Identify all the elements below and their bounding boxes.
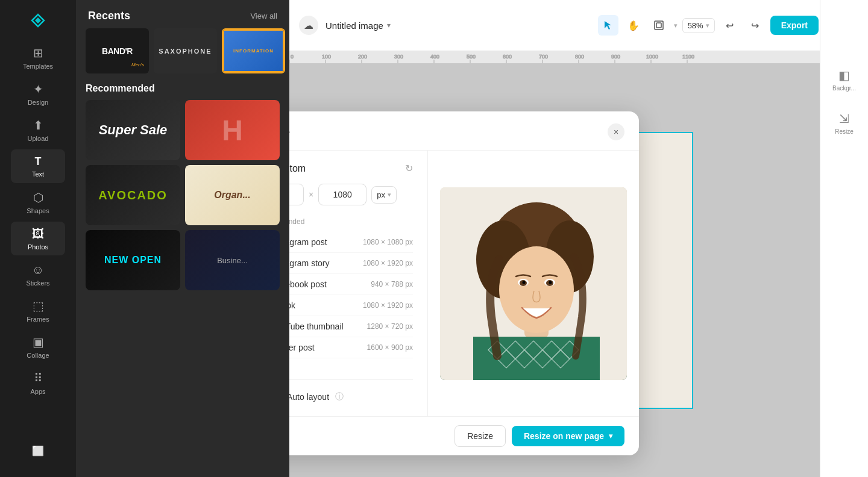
ruler: 0 100 200 300 400 500 600 700 800 900 10… — [289, 51, 820, 63]
sidebar-item-frames[interactable]: ⬚ Frames — [11, 294, 65, 328]
stickers-icon: ☺ — [32, 263, 44, 277]
svg-rect-0 — [655, 21, 663, 30]
modal-body: Custom ↻ × px ▾ Recommended Instagram po… — [241, 151, 639, 416]
unit-value: px — [377, 190, 385, 199]
sidebar-item-apps[interactable]: ⠿ Apps — [11, 366, 65, 400]
recommended-label: Recommended — [76, 81, 289, 100]
unit-select[interactable]: px ▾ — [371, 186, 397, 204]
photos-icon: 🖼 — [32, 227, 44, 241]
recents-thumbnails: BAND'R Men's SAXOPHONE INFORMATION — [76, 28, 289, 81]
sidebar-item-label: Collage — [27, 352, 49, 359]
hand-tool-btn[interactable]: ✋ — [623, 15, 644, 36]
sidebar-item-label: Stickers — [26, 279, 49, 287]
sidebar-item-templates[interactable]: ⊞ Templates — [11, 41, 65, 75]
thumb-band-text: BAND'R — [102, 46, 133, 56]
preset-size-twitter-post: 1600 × 900 px — [367, 343, 413, 352]
text-icon: T — [35, 155, 42, 168]
logo[interactable] — [27, 10, 49, 31]
modal-close-button[interactable]: × — [608, 123, 624, 140]
sidebar-item-label: Apps — [30, 388, 45, 395]
export-button[interactable]: Export — [770, 16, 819, 35]
sidebar-bottom: ⬜ — [11, 434, 65, 467]
right-panel-background[interactable]: ◧ Backgr... — [825, 60, 864, 99]
svg-rect-1 — [656, 23, 661, 28]
templates-icon: ⊞ — [33, 46, 43, 60]
rec-card-h[interactable]: H — [185, 100, 280, 160]
rec-card-avocado[interactable]: AVOCADO — [86, 165, 180, 225]
thumb-info[interactable]: INFORMATION — [222, 28, 285, 73]
undo-btn[interactable]: ↩ — [720, 15, 740, 36]
auto-layout-label: Auto layout — [287, 392, 329, 402]
zoom-value: 58% — [688, 21, 703, 30]
page-title: Untitled image — [326, 20, 383, 31]
preset-size-facebook-post: 940 × 788 px — [371, 280, 413, 288]
topbar: ☁ Untitled image ▾ ✋ ▾ 58% ▾ ↩ ↪ Export … — [289, 0, 868, 51]
frames-icon: ⬚ — [33, 299, 44, 313]
resize-label: Resize — [835, 128, 854, 135]
right-panel: ◧ Backgr... ⇲ Resize — [820, 0, 868, 477]
svg-text:0: 0 — [291, 54, 294, 60]
sidebar-item-upload[interactable]: ⬆ Upload — [11, 113, 65, 147]
svg-text:700: 700 — [539, 54, 548, 60]
right-panel-resize[interactable]: ⇲ Resize — [825, 104, 864, 142]
rec-card-organic[interactable]: Organ... — [185, 165, 280, 225]
frame-tool-btn[interactable] — [649, 15, 669, 36]
recents-title: Recents — [88, 10, 130, 22]
rec-organic-text: Organ... — [214, 190, 250, 201]
sidebar-item-photos[interactable]: 🖼 Photos — [11, 222, 65, 255]
rec-avocado-text: AVOCADO — [98, 189, 168, 202]
sidebar-item-collage[interactable]: ▣ Collage — [11, 330, 65, 364]
rec-card-super-sale[interactable]: Super Sale — [86, 100, 180, 160]
auto-layout-info-icon[interactable]: ⓘ — [335, 391, 344, 402]
rec-h-text: H — [222, 114, 243, 147]
height-input[interactable] — [318, 184, 366, 205]
rec-card-business[interactable]: Busine... — [185, 230, 280, 290]
frame-tool-chevron[interactable]: ▾ — [674, 22, 678, 30]
svg-text:600: 600 — [503, 54, 512, 60]
svg-rect-2 — [289, 51, 820, 63]
shapes-icon: ⬡ — [33, 190, 43, 205]
svg-text:300: 300 — [394, 54, 403, 60]
svg-text:800: 800 — [575, 54, 584, 60]
preset-size-instagram-post: 1080 × 1080 px — [363, 238, 413, 246]
sidebar-item-stickers[interactable]: ☺ Stickers — [11, 258, 65, 292]
custom-label: Custom — [272, 163, 399, 174]
title-area: Untitled image ▾ — [326, 20, 591, 31]
rec-new-open-text: NEW OPEN — [104, 255, 162, 266]
background-label: Backgr... — [832, 85, 856, 92]
select-tool-btn[interactable] — [598, 15, 618, 36]
resize-modal: Resize × Custom ↻ × px ▾ Recommended — [241, 111, 639, 455]
redo-btn[interactable]: ↪ — [745, 15, 766, 36]
sidebar-item-design[interactable]: ✦ Design — [11, 77, 65, 111]
resize-button[interactable]: Resize — [454, 425, 506, 447]
rec-card-new-open[interactable]: NEW OPEN — [86, 230, 180, 290]
thumb-sax-text: SAXOPHONE — [159, 48, 212, 55]
sidebar-item-help[interactable]: ⬜ — [11, 434, 65, 467]
left-panel: Recents View all BAND'R Men's SAXOPHONE … — [76, 0, 289, 477]
svg-text:1100: 1100 — [682, 54, 694, 60]
collage-icon: ▣ — [33, 335, 44, 349]
thumb-sax[interactable]: SAXOPHONE — [154, 28, 217, 73]
refresh-icon[interactable]: ↻ — [405, 163, 413, 174]
recents-header: Recents View all — [76, 0, 289, 28]
sidebar-item-label: Shapes — [27, 207, 49, 214]
resize-new-page-label: Resize on new page — [524, 431, 604, 441]
sidebar-item-shapes[interactable]: ⬡ Shapes — [11, 186, 65, 219]
rec-super-sale-text: Super Sale — [99, 122, 168, 138]
resize-new-page-button[interactable]: Resize on new page ▾ — [512, 426, 624, 446]
zoom-control[interactable]: 58% ▾ — [682, 18, 715, 33]
view-all-link[interactable]: View all — [250, 11, 277, 20]
sidebar: ⊞ Templates ✦ Design ⬆ Upload T Text ⬡ S… — [0, 0, 76, 477]
sidebar-item-label: Frames — [27, 316, 49, 323]
sidebar-item-text[interactable]: T Text — [11, 149, 65, 183]
svg-text:200: 200 — [358, 54, 367, 60]
svg-text:900: 900 — [611, 54, 620, 60]
thumb-band[interactable]: BAND'R Men's — [86, 28, 149, 73]
title-chevron-icon[interactable]: ▾ — [387, 21, 391, 30]
zoom-chevron-icon: ▾ — [706, 22, 709, 30]
recommended-grid: Super Sale H AVOCADO Organ... NEW OPEN B… — [76, 100, 289, 298]
thumb-band-sub: Men's — [131, 62, 144, 67]
cloud-save-icon[interactable]: ☁ — [299, 16, 318, 35]
modal-header: Resize × — [241, 111, 639, 151]
help-icon: ⬜ — [32, 445, 44, 457]
